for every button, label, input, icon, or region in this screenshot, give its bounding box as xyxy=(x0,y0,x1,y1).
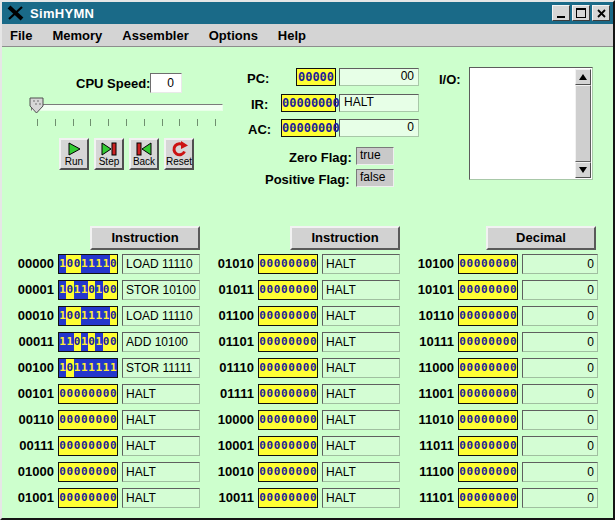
memory-binary-field[interactable]: 10111111 xyxy=(58,358,118,378)
memory-instruction-field[interactable]: HALT xyxy=(322,254,400,274)
memory-binary-field[interactable]: 00000000 xyxy=(458,358,518,378)
memory-decimal-field[interactable]: 0 xyxy=(522,488,598,508)
ac-value-field[interactable]: 0 xyxy=(339,119,419,137)
reset-button[interactable]: Reset xyxy=(164,138,194,170)
memory-binary-field[interactable]: 00000000 xyxy=(258,280,318,300)
memory-binary-field[interactable]: 00000000 xyxy=(258,306,318,326)
memory-instruction-field[interactable]: ADD 10100 xyxy=(122,332,200,352)
memory-row: 0011000000000HALT xyxy=(12,410,200,430)
memory-binary-field[interactable]: 00000000 xyxy=(458,254,518,274)
scroll-up-button[interactable] xyxy=(575,69,591,85)
cpu-speed-label: CPU Speed: xyxy=(76,76,150,91)
bit-digit: 0 xyxy=(59,385,66,403)
pc-value-field[interactable]: 00 xyxy=(339,68,419,86)
memory-instruction-field[interactable]: HALT xyxy=(122,384,200,404)
memory-binary-field[interactable]: 00000000 xyxy=(58,436,118,456)
memory-instruction-field[interactable]: HALT xyxy=(322,306,400,326)
memory-binary-field[interactable]: 11010100 xyxy=(58,332,118,352)
memory-instruction-field[interactable]: HALT xyxy=(322,358,400,378)
close-button[interactable] xyxy=(592,5,610,21)
memory-binary-field[interactable]: 00000000 xyxy=(258,410,318,430)
menu-item-memory[interactable]: Memory xyxy=(42,28,112,43)
memory-binary-field[interactable]: 00000000 xyxy=(458,384,518,404)
memory-binary-field[interactable]: 00000000 xyxy=(458,436,518,456)
memory-row: 0000110110100STOR 10100 xyxy=(12,280,200,300)
memory-binary-field[interactable]: 00000000 xyxy=(458,306,518,326)
memory-instruction-field[interactable]: HALT xyxy=(322,384,400,404)
bit-digit: 0 xyxy=(274,437,281,455)
memory-instruction-field[interactable]: LOAD 11110 xyxy=(122,306,200,326)
memory-instruction-field[interactable]: HALT xyxy=(122,488,200,508)
bit-digit: 0 xyxy=(259,255,266,273)
memory-decimal-field[interactable]: 0 xyxy=(522,410,598,430)
memory-decimal-field[interactable]: 0 xyxy=(522,280,598,300)
menu-item-options[interactable]: Options xyxy=(199,28,268,43)
memory-binary-field[interactable]: 00000000 xyxy=(258,462,318,482)
memory-binary-field[interactable]: 00000000 xyxy=(458,462,518,482)
memory-decimal-field[interactable]: 0 xyxy=(522,358,598,378)
bit-digit: 0 xyxy=(274,463,281,481)
memory-decimal-field[interactable]: 0 xyxy=(522,462,598,482)
memory-binary-field[interactable]: 10011110 xyxy=(58,306,118,326)
ir-binary-field[interactable]: 00000000 xyxy=(281,94,336,112)
bit-digit: 0 xyxy=(503,255,510,273)
memory-binary-field[interactable]: 00000000 xyxy=(258,384,318,404)
step-button[interactable]: Step xyxy=(94,138,124,170)
memory-binary-field[interactable]: 00000000 xyxy=(258,436,318,456)
memory-binary-field[interactable]: 10110100 xyxy=(58,280,118,300)
memory-binary-field[interactable]: 00000000 xyxy=(258,358,318,378)
slider-ticks xyxy=(37,119,215,127)
memory-instruction-field[interactable]: HALT xyxy=(322,488,400,508)
memory-instruction-field[interactable]: HALT xyxy=(322,410,400,430)
cpu-speed-input[interactable] xyxy=(150,73,182,93)
memory-instruction-field[interactable]: STOR 10100 xyxy=(122,280,200,300)
bit-digit: 0 xyxy=(495,437,502,455)
memory-instruction-field[interactable]: LOAD 11110 xyxy=(122,254,200,274)
scrollbar-thumb[interactable] xyxy=(575,85,591,162)
memory-binary-field[interactable]: 00000000 xyxy=(58,384,118,404)
memory-binary-field[interactable]: 00000000 xyxy=(58,410,118,430)
memory-binary-field[interactable]: 00000000 xyxy=(258,254,318,274)
scroll-down-button[interactable] xyxy=(575,162,591,178)
memory-instruction-field[interactable]: STOR 11111 xyxy=(122,358,200,378)
bit-digit: 1 xyxy=(95,255,102,273)
memory-decimal-field[interactable]: 0 xyxy=(522,332,598,352)
menu-item-assembler[interactable]: Assembler xyxy=(112,28,198,43)
io-textarea[interactable] xyxy=(469,67,593,180)
memory-decimal-field[interactable]: 0 xyxy=(522,306,598,326)
memory-binary-field[interactable]: 10011110 xyxy=(58,254,118,274)
menu-item-help[interactable]: Help xyxy=(268,28,316,43)
memory-instruction-field[interactable]: HALT xyxy=(322,280,400,300)
back-button[interactable]: Back xyxy=(129,138,159,170)
bit-digit: 0 xyxy=(481,255,488,273)
memory-instruction-field[interactable]: HALT xyxy=(122,462,200,482)
bit-digit: 0 xyxy=(474,359,481,377)
memory-instruction-field[interactable]: HALT xyxy=(322,462,400,482)
memory-binary-field[interactable]: 00000000 xyxy=(458,280,518,300)
run-button[interactable]: Run xyxy=(59,138,89,170)
memory-binary-field[interactable]: 00000000 xyxy=(458,488,518,508)
memory-binary-field[interactable]: 00000000 xyxy=(258,488,318,508)
memory-decimal-field[interactable]: 0 xyxy=(522,384,598,404)
menu-item-file[interactable]: File xyxy=(10,28,42,43)
memory-decimal-field[interactable]: 0 xyxy=(522,254,598,274)
memory-instruction-field[interactable]: HALT xyxy=(122,410,200,430)
bit-digit: 0 xyxy=(459,437,466,455)
memory-instruction-field[interactable]: HALT xyxy=(122,436,200,456)
slider-thumb[interactable] xyxy=(29,97,45,115)
bit-digit: 0 xyxy=(59,411,66,429)
memory-binary-field[interactable]: 00000000 xyxy=(58,462,118,482)
memory-binary-field[interactable]: 00000000 xyxy=(458,332,518,352)
memory-binary-field[interactable]: 00000000 xyxy=(458,410,518,430)
memory-instruction-field[interactable]: HALT xyxy=(322,332,400,352)
memory-decimal-field[interactable]: 0 xyxy=(522,436,598,456)
memory-binary-field[interactable]: 00000000 xyxy=(58,488,118,508)
maximize-button[interactable] xyxy=(572,5,590,21)
minimize-button[interactable] xyxy=(552,5,570,21)
pc-binary-field[interactable]: 00000 xyxy=(296,68,336,86)
ir-value-field[interactable]: HALT xyxy=(339,94,419,112)
memory-binary-field[interactable]: 00000000 xyxy=(258,332,318,352)
memory-instruction-field[interactable]: HALT xyxy=(322,436,400,456)
slider-track[interactable] xyxy=(31,104,223,111)
ac-binary-field[interactable]: 00000000 xyxy=(281,119,336,137)
